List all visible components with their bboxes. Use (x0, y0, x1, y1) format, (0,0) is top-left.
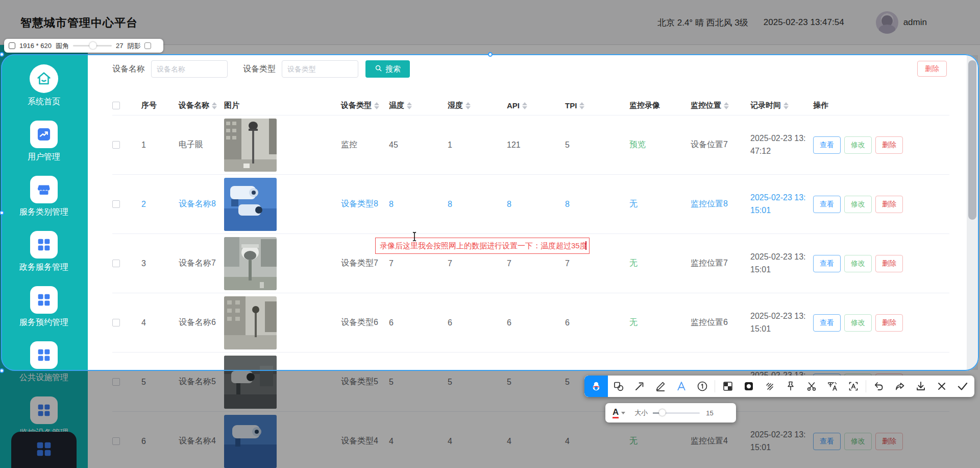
mosaic-tool-icon[interactable] (717, 376, 738, 397)
record-time: 2025-02-23 13:47:12 (750, 132, 806, 158)
device-name-cell[interactable]: 设备名称4 (179, 436, 224, 447)
sort-icon[interactable] (212, 102, 217, 109)
shadow-checkbox[interactable] (144, 42, 151, 49)
view-button[interactable]: 查看 (813, 314, 841, 332)
username-label[interactable]: admin (903, 17, 927, 28)
device-name-input[interactable] (151, 60, 228, 78)
pin-tool-icon[interactable] (780, 376, 801, 397)
annotation-text-box[interactable]: 录像后这里我会按照网上的数据进行设置一下：温度超过35度 (375, 238, 590, 254)
corner-radius-slider[interactable] (73, 45, 112, 46)
device-name-cell[interactable]: 电子眼 (179, 139, 224, 150)
edit-button[interactable]: 修改 (844, 255, 872, 272)
device-name-cell[interactable]: 设备名称5 (179, 377, 224, 387)
ocr-tool-icon[interactable] (843, 376, 864, 397)
sort-icon[interactable] (783, 102, 789, 109)
view-button[interactable]: 查看 (813, 255, 841, 272)
sidebar-item-service-category[interactable]: 服务类别管理 (19, 176, 68, 218)
edit-button[interactable]: 修改 (844, 136, 872, 154)
hazy-street-photo[interactable] (224, 296, 277, 349)
device-name-cell[interactable]: 设备名称6 (179, 317, 224, 328)
blur-tool-icon[interactable] (738, 376, 759, 397)
delete-button[interactable]: 删除 (875, 136, 903, 154)
edit-button[interactable]: 修改 (844, 433, 872, 450)
table-row-selected: 2 设备名称8 设备类型8 8 8 8 8 无 监控位置8 2025-02-23… (112, 175, 949, 234)
batch-delete-button[interactable]: 删除 (917, 61, 947, 77)
confirm-check-icon[interactable] (952, 376, 973, 397)
sort-icon[interactable] (407, 102, 412, 109)
view-button[interactable]: 查看 (813, 136, 841, 154)
column-header: TPI (565, 101, 629, 110)
arrow-tool-icon[interactable] (629, 376, 650, 397)
text-tool-icon[interactable] (671, 376, 692, 397)
row-checkbox[interactable] (112, 378, 120, 386)
shapes-tool-icon[interactable] (608, 376, 629, 397)
selection-dimensions: 1916 * 620 (19, 42, 52, 50)
sidebar-item-reservation[interactable]: 服务预约管理 (19, 286, 68, 328)
sort-icon[interactable] (465, 102, 471, 109)
number-badge-tool-icon[interactable] (692, 376, 713, 397)
search-button[interactable]: 搜索 (365, 60, 410, 78)
device-name-cell[interactable]: 设备名称8 (179, 199, 224, 209)
edit-button[interactable]: 修改 (844, 196, 872, 213)
vertical-scrollbar[interactable] (967, 55, 978, 370)
blue-cctv-photo[interactable] (224, 415, 277, 468)
device-table: 序号 设备名称 图片 设备类型 温度 湿度 API TPI 监控录像 监控位置 … (112, 96, 949, 468)
view-button[interactable]: 查看 (813, 433, 841, 450)
translate-tool-icon[interactable] (822, 376, 843, 397)
delete-button[interactable]: 删除 (875, 433, 903, 450)
main-content: 设备名称 设备类型 搜索 删除 序号 设备名称 图片 设备类型 温度 湿度 AP… (88, 45, 980, 468)
redo-icon[interactable] (889, 376, 910, 397)
sort-icon[interactable] (374, 102, 379, 109)
sidebar-active-item[interactable] (11, 432, 77, 468)
blue-cctv-closeup-photo[interactable] (224, 178, 277, 231)
font-size-slider[interactable] (653, 412, 700, 414)
sidebar-item-users[interactable]: 用户管理 (28, 121, 60, 162)
selection-handle[interactable] (488, 52, 493, 57)
video-preview-link[interactable]: 预览 (629, 139, 646, 150)
sidebar-item-home[interactable]: 系统首页 (28, 64, 60, 107)
device-type-input[interactable] (282, 60, 358, 78)
sort-icon[interactable] (522, 102, 527, 109)
column-header: 设备名称 (179, 101, 224, 110)
header-info: 北京 2.4° 晴 西北风 3级 2025-02-23 13:47:54 adm… (657, 0, 927, 45)
avatar[interactable] (876, 11, 898, 34)
delete-button[interactable]: 删除 (875, 255, 903, 272)
delete-button[interactable]: 删除 (875, 196, 903, 213)
wall-camera-photo[interactable] (224, 356, 277, 409)
grid-icon (30, 396, 58, 424)
dome-camera-photo[interactable] (224, 237, 277, 290)
sort-icon[interactable] (579, 102, 584, 109)
delete-button[interactable]: 删除 (875, 314, 903, 332)
font-color-selector[interactable]: A (612, 408, 619, 418)
view-button[interactable]: 查看 (813, 196, 841, 213)
grid-icon (30, 286, 58, 314)
edit-button[interactable]: 修改 (844, 314, 872, 332)
device-name-cell[interactable]: 设备名称7 (179, 258, 224, 269)
video-none-text: 无 (629, 436, 638, 447)
scroll-capture-tool-icon[interactable] (801, 376, 822, 397)
pencil-tool-icon[interactable] (650, 376, 671, 397)
sidebar-item-public-facility[interactable]: 公共设施管理 (19, 341, 68, 383)
row-checkbox[interactable] (112, 437, 120, 445)
sort-icon[interactable] (724, 102, 729, 109)
table-row: 4 设备名称6 设备类型6 6 6 6 6 无 监控位置6 2025-02-23… (112, 293, 949, 353)
toolbar-separator (866, 380, 866, 392)
scrollbar-thumb[interactable] (968, 60, 976, 220)
sidebar-item-gov-service[interactable]: 政务服务管理 (19, 231, 68, 273)
download-icon[interactable] (910, 376, 931, 397)
row-checkbox[interactable] (112, 200, 120, 208)
table-row: 6 设备名称4 设备类型4 4 4 4 4 无 监控位置4 2025-02-23… (112, 412, 949, 468)
shop-icon (30, 176, 58, 203)
street-pole-camera-photo[interactable] (224, 119, 277, 172)
row-checkbox[interactable] (112, 260, 120, 267)
select-all-checkbox[interactable] (112, 102, 120, 109)
grid-icon (30, 231, 58, 259)
qq-logo-icon[interactable] (584, 376, 608, 397)
grid-icon (34, 439, 54, 468)
undo-icon[interactable] (868, 376, 889, 397)
row-checkbox[interactable] (112, 319, 120, 326)
close-icon[interactable] (931, 376, 952, 397)
hatch-tool-icon[interactable] (759, 376, 780, 397)
row-checkbox[interactable] (112, 141, 120, 149)
chevron-down-icon[interactable] (621, 412, 625, 414)
